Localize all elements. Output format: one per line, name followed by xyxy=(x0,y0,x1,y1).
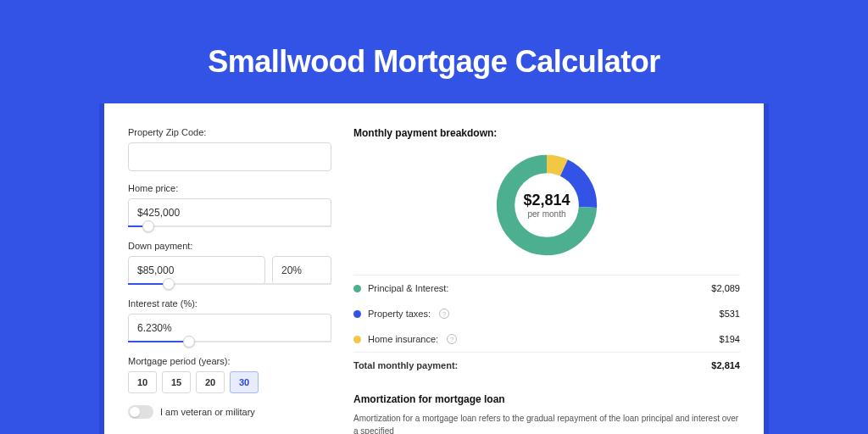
legend-row-principal: Principal & Interest: $2,089 xyxy=(353,275,740,301)
info-icon[interactable]: ? xyxy=(439,309,449,319)
donut-sub: per month xyxy=(527,209,565,219)
interest-label: Interest rate (%): xyxy=(128,298,331,309)
page-title: Smallwood Mortgage Calculator xyxy=(208,44,660,80)
zip-input[interactable] xyxy=(128,142,331,171)
home-price-input[interactable] xyxy=(128,198,331,227)
down-payment-field: Down payment: xyxy=(128,241,331,285)
down-payment-input[interactable] xyxy=(128,256,265,285)
amortization-body: Amortization for a mortgage loan refers … xyxy=(353,412,740,434)
veteran-row: I am veteran or military xyxy=(128,405,331,419)
total-value: $2,814 xyxy=(711,360,740,370)
amortization-section: Amortization for mortgage loan Amortizat… xyxy=(353,393,740,434)
page-background: Smallwood Mortgage Calculator Property Z… xyxy=(0,0,868,434)
donut-center: $2,814 per month xyxy=(492,151,601,259)
period-field: Mortgage period (years): 10 15 20 30 xyxy=(128,356,331,393)
info-icon[interactable]: ? xyxy=(447,334,457,344)
veteran-toggle[interactable] xyxy=(128,405,153,419)
legend-value: $531 xyxy=(720,309,740,319)
toggle-knob xyxy=(130,407,140,417)
legend-label: Property taxes: xyxy=(368,309,431,319)
down-payment-label: Down payment: xyxy=(128,241,331,251)
down-payment-row xyxy=(128,256,331,285)
home-price-field: Home price: xyxy=(128,183,331,227)
period-options: 10 15 20 30 xyxy=(128,371,331,393)
interest-input[interactable] xyxy=(128,314,331,342)
card-shadow: Property Zip Code: Home price: Down paym… xyxy=(99,103,769,434)
breakdown-legend: Principal & Interest: $2,089 Property ta… xyxy=(353,275,740,378)
dot-icon xyxy=(353,336,361,343)
calculator-card: Property Zip Code: Home price: Down paym… xyxy=(104,103,764,434)
period-option-30[interactable]: 30 xyxy=(230,371,259,393)
legend-value: $194 xyxy=(720,334,740,344)
home-price-label: Home price: xyxy=(128,183,331,193)
slider-track xyxy=(128,225,331,227)
total-label: Total monthly payment: xyxy=(353,360,458,370)
zip-label: Property Zip Code: xyxy=(128,127,331,137)
legend-value: $2,089 xyxy=(711,283,740,293)
slider-thumb[interactable] xyxy=(183,336,195,348)
dot-icon xyxy=(353,310,361,318)
period-label: Mortgage period (years): xyxy=(128,356,331,366)
slider-thumb[interactable] xyxy=(142,220,154,232)
breakdown-column: Monthly payment breakdown: $2,814 per mo… xyxy=(353,127,740,434)
slider-track xyxy=(128,283,331,285)
interest-field: Interest rate (%): xyxy=(128,298,331,342)
period-option-20[interactable]: 20 xyxy=(196,371,225,393)
down-payment-pct-input[interactable] xyxy=(272,256,331,285)
zip-field: Property Zip Code: xyxy=(128,127,331,171)
donut-wrap: $2,814 per month xyxy=(353,151,740,259)
dot-icon xyxy=(353,285,361,292)
slider-track xyxy=(128,341,331,342)
legend-row-taxes: Property taxes: ? $531 xyxy=(353,301,740,326)
payment-donut-chart: $2,814 per month xyxy=(492,151,601,259)
breakdown-title: Monthly payment breakdown: xyxy=(353,127,740,139)
amortization-title: Amortization for mortgage loan xyxy=(353,393,740,405)
period-option-10[interactable]: 10 xyxy=(128,371,157,393)
legend-row-insurance: Home insurance: ? $194 xyxy=(353,326,740,352)
legend-label: Home insurance: xyxy=(368,334,438,344)
form-column: Property Zip Code: Home price: Down paym… xyxy=(128,127,331,434)
slider-thumb[interactable] xyxy=(163,278,175,290)
legend-row-total: Total monthly payment: $2,814 xyxy=(353,352,740,378)
legend-label: Principal & Interest: xyxy=(368,283,448,293)
veteran-label: I am veteran or military xyxy=(160,407,255,417)
donut-amount: $2,814 xyxy=(523,192,570,209)
period-option-15[interactable]: 15 xyxy=(162,371,191,393)
